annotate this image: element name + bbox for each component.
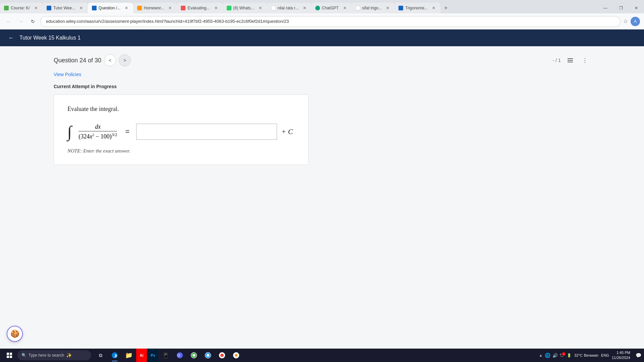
reload-button[interactable]: ↻ [28, 17, 38, 26]
tab-8-title: ChatGPT [322, 6, 339, 10]
tab-5[interactable]: Evaluating... ✕ [177, 3, 222, 13]
integral-fraction: dx (324x2 − 100)3/2 [78, 123, 117, 140]
volume-icon[interactable]: 🔊 [552, 353, 558, 358]
svg-rect-2 [568, 62, 573, 62]
chrome-taskbar-app-3[interactable] [215, 349, 229, 362]
maximize-button[interactable]: ❐ [613, 3, 629, 13]
tab-2-close[interactable]: ✕ [78, 5, 84, 11]
tab-5-close[interactable]: ✕ [213, 5, 219, 11]
view-policies-link[interactable]: View Policies [54, 72, 590, 77]
taskbar-search-box[interactable]: 🔍 Type here to search ✨ [17, 350, 91, 360]
tab-9-favicon [356, 6, 360, 10]
tab-3[interactable]: Question /... ✕ [88, 3, 133, 13]
add-tab-button[interactable]: + [440, 3, 451, 13]
tab-3-favicon [92, 6, 97, 10]
discord-icon: D [176, 352, 183, 359]
start-button[interactable] [3, 350, 16, 361]
tab-9-close[interactable]: ✕ [385, 5, 390, 11]
weather-widget[interactable]: 32°C Berawan [574, 353, 598, 357]
edge-icon [111, 352, 118, 359]
question-navigation: Question 24 of 30 < > - / 1 ⋮ [54, 54, 590, 66]
tab-8[interactable]: ChatGPT ✕ [311, 3, 352, 13]
task-view-button[interactable]: ⧉ [94, 349, 107, 362]
question-box: Evaluate the integral. ∫ dx (324x2 − 100… [54, 95, 309, 165]
tab-10-close[interactable]: ✕ [431, 5, 436, 11]
photoshop-app[interactable]: Ps [148, 349, 158, 362]
profile-icon[interactable]: A [631, 17, 640, 26]
notification-icon[interactable]: ▲ [539, 353, 543, 358]
tab-10[interactable]: Trigonome... ✕ [394, 3, 440, 13]
taskbar-right: ▲ 🌐 🔊 🛡 1 🔋 32°C Berawan ENG 1:45 PM 11/… [539, 350, 641, 361]
tab-6[interactable]: (8) Whats... ✕ [223, 3, 267, 13]
tab-1-favicon [4, 6, 9, 10]
numerator: dx [95, 123, 101, 131]
tab-2[interactable]: Tutor Wee... ✕ [43, 3, 88, 13]
address-bar: ← → ↻ ☆ A [0, 13, 644, 29]
network-icon[interactable]: 🌐 [545, 353, 550, 358]
back-to-course-button[interactable]: ← [8, 35, 14, 42]
windows-logo-icon [7, 353, 12, 358]
chrome-icon-3 [219, 352, 225, 359]
equals-sign: = [125, 127, 129, 136]
tab-3-title: Question /... [99, 6, 120, 10]
sparkle-icon: ✨ [66, 353, 72, 358]
back-button[interactable]: ← [4, 17, 13, 26]
adobe-app[interactable]: Ai [136, 349, 147, 362]
more-options-button[interactable]: ⋮ [580, 55, 590, 66]
taskbar: 🔍 Type here to search ✨ ⧉ 📁 Ai Ps 📱 D [0, 349, 644, 362]
chrome-icon-2 [205, 352, 211, 359]
chrome-taskbar-app-1[interactable] [187, 349, 201, 362]
previous-question-button[interactable]: < [104, 54, 116, 66]
tab-9-title: sifat trigo... [362, 6, 382, 10]
tab-9[interactable]: sifat trigo... ✕ [352, 3, 395, 13]
tab-10-title: Trigonome... [405, 6, 428, 10]
chrome-icon-4 [233, 352, 239, 359]
notification-center-button[interactable]: 💬 [636, 353, 641, 358]
tab-1-close[interactable]: ✕ [33, 5, 39, 11]
tab-4[interactable]: Homewor... ✕ [133, 3, 177, 13]
tab-3-close[interactable]: ✕ [124, 5, 129, 11]
tab-10-favicon [398, 6, 403, 10]
chrome-icon-1 [191, 352, 197, 359]
tab-7-close[interactable]: ✕ [302, 5, 307, 11]
tab-bar: Course: K/ ✕ Tutor Wee... ✕ Question /..… [0, 0, 644, 13]
file-explorer-app[interactable]: 📁 [122, 349, 136, 362]
system-tray: ▲ 🌐 🔊 🛡 1 [539, 353, 564, 358]
tab-1-title: Course: K/ [11, 6, 30, 10]
integral-symbol: ∫ [67, 124, 72, 140]
cookie-consent-button[interactable]: 🍪 [7, 326, 23, 342]
tab-6-title: (8) Whats... [233, 6, 254, 10]
svg-point-3 [112, 352, 118, 358]
tab-7[interactable]: nilai rata r... ✕ [267, 3, 311, 13]
address-input[interactable] [40, 16, 621, 27]
svg-text:D: D [177, 353, 180, 357]
bookmark-star-icon[interactable]: ☆ [623, 18, 628, 24]
list-view-button[interactable] [565, 55, 576, 66]
main-content: Question 24 of 30 < > - / 1 ⋮ View Polic… [0, 46, 644, 349]
chrome-taskbar-app-2[interactable] [201, 349, 215, 362]
phone-link-app[interactable]: 📱 [159, 349, 172, 362]
question-nav-right: - / 1 ⋮ [553, 55, 590, 66]
edge-app[interactable] [108, 349, 121, 362]
question-label: Question 24 of 30 [54, 57, 101, 64]
minimize-button[interactable]: — [598, 3, 613, 13]
list-icon [568, 58, 573, 63]
tab-4-close[interactable]: ✕ [167, 5, 173, 11]
chrome-taskbar-app-4[interactable] [229, 349, 243, 362]
taskbar-search-text: Type here to search [29, 353, 64, 358]
next-question-button[interactable]: > [119, 54, 131, 66]
tab-5-favicon [181, 6, 185, 10]
note-text: NOTE: Enter the exact answer. [67, 148, 295, 154]
question-text: Evaluate the integral. [67, 106, 295, 113]
discord-app[interactable]: D [173, 349, 186, 362]
current-attempt-label: Current Attempt in Progress [54, 84, 590, 89]
answer-input[interactable] [136, 124, 277, 140]
tab-6-close[interactable]: ✕ [258, 5, 263, 11]
tab-1[interactable]: Course: K/ ✕ [0, 3, 43, 13]
close-button[interactable]: ✕ [629, 3, 644, 13]
taskbar-clock[interactable]: 1:45 PM 11/26/2024 [612, 350, 633, 361]
taskbar-search-icon: 🔍 [21, 353, 26, 358]
tab-8-close[interactable]: ✕ [342, 5, 347, 11]
forward-button[interactable]: → [16, 17, 25, 26]
antivirus-icon-wrapper: 🛡 1 [560, 353, 564, 358]
